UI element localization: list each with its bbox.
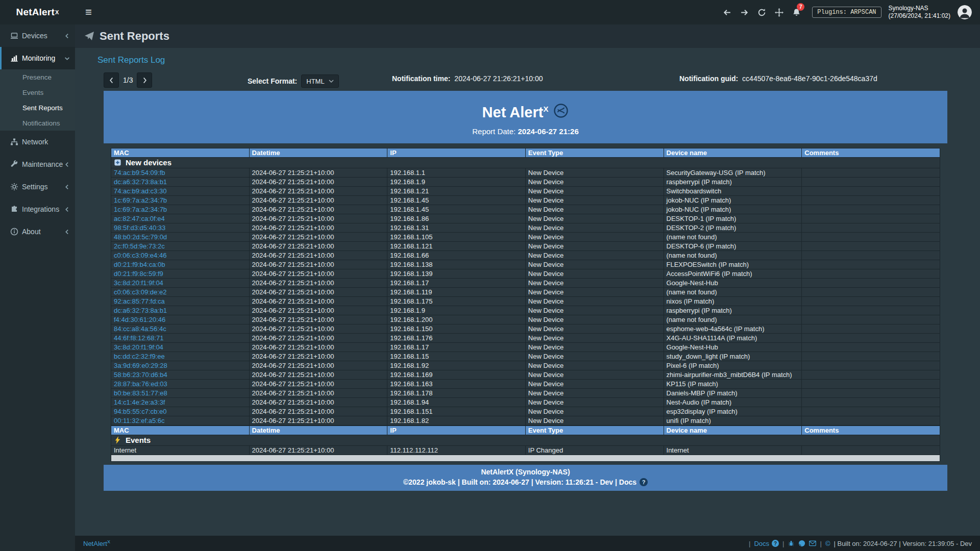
cell-name: nixos (IP match) <box>664 296 802 306</box>
cell-mac[interactable]: 94:b5:55:c7:cb:e0 <box>111 407 250 416</box>
notification-time-value: 2024-06-27 21:26:21+10:00 <box>454 74 543 83</box>
prev-page-button[interactable] <box>104 72 119 88</box>
refresh-button[interactable] <box>753 0 770 24</box>
cell-event: New Device <box>525 205 664 214</box>
cell-mac[interactable]: 3c:8d:20:f1:9f:04 <box>111 342 250 352</box>
sidebar-item-notifications[interactable]: Notifications <box>0 115 75 131</box>
cell-mac[interactable]: d0:21:f9:b4:ca:0b <box>111 260 250 269</box>
cell-mac[interactable]: f4:4d:30:61:20:46 <box>111 315 250 324</box>
cell-datetime: 2024-06-27 21:25:21+10:00 <box>249 361 387 370</box>
cell-ip: 192.168.1.21 <box>387 186 526 195</box>
table-row: 98:5f:d3:d5:40:332024-06-27 21:25:21+10:… <box>111 223 940 232</box>
new-devices-table: New devices MAC Datetime IP Event Type <box>111 148 940 425</box>
format-select[interactable]: HTML <box>301 74 338 88</box>
col-header-device-name: Device name <box>664 425 802 435</box>
cell-mac[interactable]: dc:a6:32:73:8a:b1 <box>111 177 250 186</box>
user-avatar[interactable] <box>958 5 972 19</box>
cell-mac[interactable]: 28:87:ba:76:ed:03 <box>111 379 250 388</box>
next-page-button[interactable] <box>137 72 152 88</box>
cell-mac[interactable]: b0:be:83:51:77:e8 <box>111 388 250 397</box>
cell-datetime: 2024-06-27 21:25:21+10:00 <box>249 324 387 333</box>
cell-mac[interactable]: 1c:69:7a:a2:34:7b <box>111 205 250 214</box>
footer-brand[interactable]: NetAlertX <box>83 539 110 547</box>
cell-event: New Device <box>525 241 664 251</box>
wrench-icon <box>10 160 18 168</box>
gear-icon <box>10 183 18 191</box>
docs-question-icon[interactable]: ? <box>640 478 648 486</box>
table-row: 3c:8d:20:f1:9f:042024-06-27 21:25:21+10:… <box>111 342 940 352</box>
sidebar-item-sent-reports[interactable]: Sent Reports <box>0 100 75 115</box>
copyright-icon[interactable]: © <box>825 540 830 547</box>
sidebar-item-about[interactable]: About <box>0 220 75 243</box>
sidebar-item-presence[interactable]: Presence <box>0 69 75 85</box>
notifications-bell[interactable]: 7 <box>788 0 805 24</box>
cell-mac[interactable]: c0:06:c3:09:e4:46 <box>111 251 250 260</box>
chevron-left-icon <box>64 184 70 190</box>
cell-name: DESKTOP-1 (IP match) <box>664 214 802 223</box>
bug-icon[interactable] <box>788 540 795 547</box>
app-logo[interactable]: NetAlertX <box>0 0 75 24</box>
docs-link[interactable]: Docs ? <box>754 540 779 547</box>
cell-mac[interactable]: 58:b6:23:70:d6:b4 <box>111 370 250 379</box>
table-row: 74:ac:b9:54:09:fb2024-06-27 21:25:21+10:… <box>111 168 940 177</box>
cell-mac[interactable]: 3a:9d:69:e0:29:28 <box>111 361 250 370</box>
cell-ip: 192.168.1.9 <box>387 177 526 186</box>
report-title-text: Net Alert <box>482 104 544 120</box>
cell-mac[interactable]: ac:82:47:ca:0f:e4 <box>111 214 250 223</box>
cell-ip: 192.168.1.9 <box>387 306 526 315</box>
move-button[interactable] <box>770 0 788 24</box>
cell-name: (name not found) <box>664 251 802 260</box>
cell-datetime: 2024-06-27 21:25:21+10:00 <box>249 333 387 342</box>
cell-event: New Device <box>525 195 664 205</box>
cell-mac[interactable]: 74:ac:b9:54:09:fb <box>111 168 250 177</box>
cell-mac[interactable]: 3c:8d:20:f1:9f:04 <box>111 278 250 287</box>
sidebar-item-integrations[interactable]: Integrations <box>0 198 75 220</box>
report-date-value: 2024-06-27 21:26 <box>518 127 578 136</box>
cell-comments <box>802 333 940 342</box>
forward-button[interactable] <box>736 0 753 24</box>
cell-datetime: 2024-06-27 21:25:21+10:00 <box>249 186 387 195</box>
cell-mac[interactable]: 00:11:32:ef:a5:6c <box>111 416 250 425</box>
cell-mac[interactable]: 14:c1:4e:2e:a3:3f <box>111 397 250 407</box>
cell-ip: 192.168.1.1 <box>387 168 526 177</box>
cell-mac[interactable]: 44:6f:f8:12:68:71 <box>111 333 250 342</box>
cell-name: (name not found) <box>664 232 802 241</box>
cell-mac[interactable]: 92:ac:85:77:fd:ca <box>111 296 250 306</box>
sidebar-item-monitoring[interactable]: Monitoring <box>0 47 75 69</box>
cell-mac[interactable]: c0:06:c3:09:de:e2 <box>111 287 250 296</box>
navbar-right: 7 Plugins: ARPSCAN Synology-NAS (27/06/2… <box>718 0 980 24</box>
sidebar-item-label: Monitoring <box>22 54 55 62</box>
cell-mac[interactable]: 2c:f0:5d:9e:73:2c <box>111 241 250 251</box>
sidebar-item-events[interactable]: Events <box>0 85 75 100</box>
cell-name: KP115 (IP match) <box>664 379 802 388</box>
cell-event: New Device <box>525 370 664 379</box>
cell-mac[interactable]: 48:b0:2d:5c:79:0d <box>111 232 250 241</box>
footer-brand-text: NetAlert <box>83 540 107 547</box>
sidebar-toggle-icon[interactable]: ≡ <box>85 7 92 18</box>
cell-mac[interactable]: 84:cc:a8:4a:56:4c <box>111 324 250 333</box>
chevron-left-icon <box>64 229 70 235</box>
cell-name: FLEXPOESwitch (IP match) <box>664 260 802 269</box>
cell-mac[interactable]: 1c:69:7a:a2:34:7b <box>111 195 250 205</box>
cell-datetime: 2024-06-27 21:25:21+10:00 <box>249 269 387 278</box>
cell-name: Google-Nest-Hub <box>664 278 802 287</box>
cell-mac[interactable]: 98:5f:d3:d5:40:33 <box>111 223 250 232</box>
sidebar-item-network[interactable]: Network <box>0 131 75 153</box>
report-date: Report Date: 2024-06-27 21:26 <box>104 127 947 136</box>
cell-mac[interactable]: 74:ac:b9:ad:c3:30 <box>111 186 250 195</box>
cell-mac[interactable]: bc:dd:c2:32:f9:ee <box>111 352 250 361</box>
cell-mac[interactable]: d0:21:f9:8c:59:f9 <box>111 269 250 278</box>
plugins-badge[interactable]: Plugins: ARPSCAN <box>812 7 881 18</box>
sidebar-item-settings[interactable]: Settings <box>0 176 75 198</box>
footer-brand-sup: X <box>107 539 110 544</box>
cell-mac[interactable]: dc:a6:32:73:8a:b1 <box>111 306 250 315</box>
back-button[interactable] <box>718 0 736 24</box>
cell-comments <box>802 278 940 287</box>
github-icon[interactable] <box>798 540 805 547</box>
sidebar-item-label: Maintenance <box>22 160 63 168</box>
sidebar-item-devices[interactable]: Devices <box>0 24 75 47</box>
report-preview: Net AlertX Report Date: 2024-06-27 21:26 <box>104 91 947 491</box>
sidebar-item-maintenance[interactable]: Maintenance <box>0 153 75 176</box>
email-icon[interactable] <box>809 540 816 547</box>
cell-event: New Device <box>525 214 664 223</box>
